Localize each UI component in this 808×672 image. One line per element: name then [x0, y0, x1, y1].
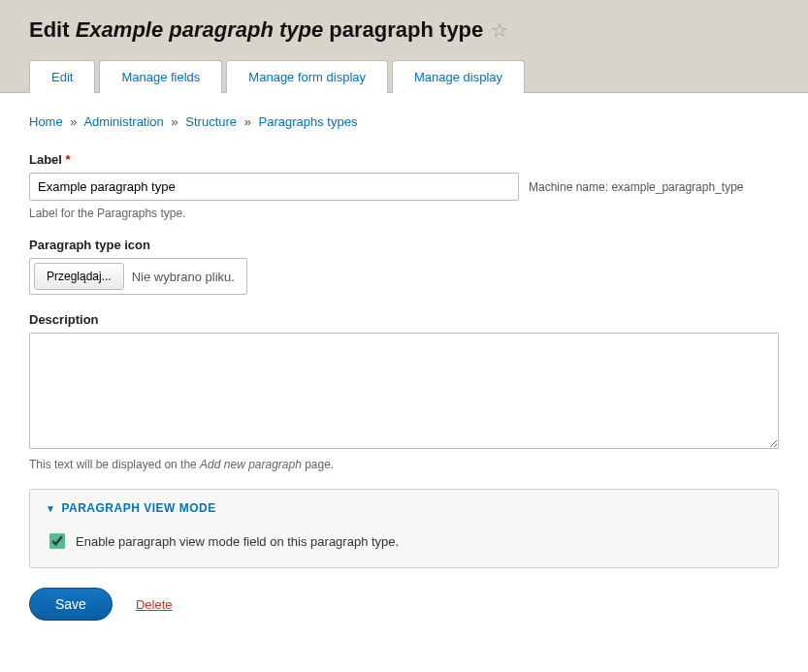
- chevron-down-icon: ▼: [46, 503, 55, 514]
- file-input[interactable]: Przeglądaj... Nie wybrano pliku.: [29, 258, 247, 295]
- page-title: Edit Example paragraph type paragraph ty…: [29, 17, 779, 43]
- view-mode-checkbox-label: Enable paragraph view mode field on this…: [76, 534, 399, 549]
- save-button[interactable]: Save: [29, 588, 113, 621]
- label-help-text: Label for the Paragraphs type.: [29, 207, 779, 220]
- label-field-label: Label *: [29, 152, 779, 167]
- title-prefix: Edit: [29, 17, 70, 42]
- title-italic: Example paragraph type: [76, 17, 324, 42]
- view-mode-checkbox[interactable]: [49, 533, 65, 549]
- browse-button[interactable]: Przeglądaj...: [34, 263, 124, 290]
- icon-field-label: Paragraph type icon: [29, 238, 779, 252]
- star-icon[interactable]: ☆: [491, 18, 508, 42]
- file-status-text: Nie wybrano pliku.: [132, 270, 242, 284]
- tab-manage-display[interactable]: Manage display: [392, 60, 525, 93]
- primary-tabs: Edit Manage fields Manage form display M…: [29, 60, 779, 93]
- machine-name: Machine name: example_paragraph_type: [529, 180, 744, 194]
- tab-edit[interactable]: Edit: [29, 60, 95, 94]
- delete-link[interactable]: Delete: [136, 597, 173, 612]
- breadcrumb: Home » Administration » Structure » Para…: [29, 114, 779, 129]
- title-suffix: paragraph type: [329, 17, 483, 42]
- required-mark: *: [66, 152, 71, 167]
- breadcrumb-administration[interactable]: Administration: [83, 114, 163, 129]
- breadcrumb-structure[interactable]: Structure: [185, 114, 237, 129]
- tab-manage-form-display[interactable]: Manage form display: [226, 60, 388, 93]
- view-mode-legend[interactable]: ▼ PARAGRAPH VIEW MODE: [30, 490, 778, 527]
- label-input[interactable]: [29, 173, 519, 201]
- description-field-label: Description: [29, 312, 779, 327]
- description-help-text: This text will be displayed on the Add n…: [29, 458, 779, 471]
- description-textarea[interactable]: [29, 333, 779, 449]
- breadcrumb-home[interactable]: Home: [29, 114, 63, 129]
- breadcrumb-paragraphs-types[interactable]: Paragraphs types: [259, 114, 358, 129]
- tab-manage-fields[interactable]: Manage fields: [99, 60, 222, 93]
- view-mode-fieldset: ▼ PARAGRAPH VIEW MODE Enable paragraph v…: [29, 489, 779, 568]
